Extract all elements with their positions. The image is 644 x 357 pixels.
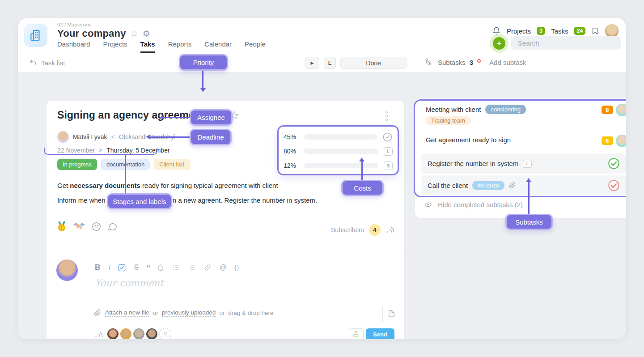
bold-button[interactable]: B [95, 263, 100, 272]
subtask-row[interactable]: Get agreement ready to sign [426, 136, 511, 144]
team-pill[interactable]: Trading team [426, 116, 470, 125]
quote-button[interactable]: ” [146, 267, 149, 272]
add-new-button[interactable]: + [493, 37, 505, 50]
priority-badge[interactable]: 6 [602, 136, 613, 145]
subscribers-count-badge[interactable]: 4 [369, 224, 381, 236]
link-button[interactable] [203, 264, 212, 271]
callout-bracket [44, 148, 157, 155]
comment-input[interactable]: Your comment [95, 278, 164, 289]
start-timer-button[interactable]: ▶ [305, 57, 319, 69]
nav-people[interactable]: People [245, 40, 266, 53]
log-time-button[interactable]: L [324, 57, 336, 69]
medal-emoji-reaction[interactable] [56, 221, 67, 232]
member-avatar[interactable] [146, 328, 157, 339]
subtask-row-completed[interactable]: Call the client Фінанси [421, 175, 626, 196]
completed-check-icon[interactable] [608, 157, 620, 170]
client-tag[interactable]: Client №1 [154, 159, 191, 170]
callout-arrowhead [359, 157, 364, 162]
paperclip-icon[interactable] [509, 182, 516, 189]
file-icon[interactable] [388, 309, 395, 318]
nav-calendar[interactable]: Calendar [204, 40, 232, 53]
nav-reports[interactable]: Reports [168, 40, 192, 53]
subtask-avatar[interactable] [616, 135, 626, 147]
progress-track[interactable] [304, 163, 378, 168]
member-avatar[interactable] [107, 328, 119, 339]
callout-arrowhead [526, 178, 531, 182]
add-reaction-smiley-icon[interactable] [91, 221, 102, 232]
favorite-star-icon[interactable]: ☆ [131, 30, 138, 38]
color-droplet-button[interactable] [157, 264, 164, 272]
search-input[interactable] [511, 36, 621, 50]
assignee-avatar[interactable] [57, 131, 69, 143]
nav-dashboard[interactable]: Dashboard [57, 40, 90, 53]
bullet-list-button[interactable] [172, 264, 180, 271]
subtask-row-completed[interactable]: Register the number in system L [421, 153, 626, 174]
comment-bubble-icon[interactable] [107, 221, 118, 232]
subtask-title[interactable]: Register the number in system [428, 160, 518, 167]
assignee-name[interactable]: Matvii Lyvak [73, 133, 107, 140]
projects-count-badge[interactable]: 3 [537, 27, 545, 35]
money-icon[interactable]: $ [384, 162, 393, 170]
task-list-link[interactable]: Task list [41, 59, 65, 67]
finance-pill[interactable]: Фінанси [472, 181, 504, 190]
add-person-icon[interactable] [159, 328, 171, 339]
done-button[interactable]: Done [340, 57, 407, 69]
numbered-list-button[interactable] [187, 264, 195, 271]
mention-button[interactable]: @ [220, 264, 227, 272]
time-icon[interactable]: L [384, 147, 393, 156]
notify-sound-icon[interactable] [386, 225, 395, 235]
task-description-line2: Inform me when are we planning to sign a… [57, 196, 317, 204]
italic-button[interactable]: i [108, 264, 110, 272]
nav-projects[interactable]: Projects [103, 40, 127, 53]
subtask-title[interactable]: Call the client [428, 182, 468, 189]
privacy-lock-button[interactable] [349, 328, 364, 339]
callout-line [164, 117, 190, 118]
hide-completed-label[interactable]: Hide completed subtasks (2) [438, 201, 523, 208]
progress-percent: 80% [284, 148, 301, 155]
assignee-separator: < [111, 133, 115, 140]
hide-completed-toggle[interactable]: Hide completed subtasks (2) [424, 201, 523, 208]
member-avatar[interactable] [133, 328, 144, 339]
callout-line [150, 136, 190, 138]
time-icon[interactable]: L [523, 160, 532, 168]
subtask-title[interactable]: Get agreement ready to sign [426, 136, 511, 144]
handshake-emoji-reaction[interactable] [73, 221, 85, 231]
code-button[interactable]: {} [234, 264, 239, 271]
company-logo[interactable] [24, 24, 47, 47]
progress-track[interactable] [304, 134, 377, 140]
subtasks-panel: Meeting with client considering Trading … [415, 98, 626, 218]
priority-badge[interactable]: 8 [602, 106, 613, 114]
kebab-menu-icon[interactable] [386, 111, 388, 121]
progress-track[interactable] [304, 149, 378, 154]
strikethrough-button[interactable]: S [134, 264, 139, 272]
subtask-title[interactable]: Meeting with client [426, 106, 481, 113]
page-title: Your company [57, 28, 126, 39]
back-arrow-icon[interactable] [29, 59, 37, 66]
nav-tasks[interactable]: Taks [140, 40, 155, 53]
status-pill[interactable]: considering [485, 105, 526, 114]
subtask-avatar[interactable] [616, 104, 626, 116]
completed-check-rejected-icon[interactable] [608, 179, 620, 191]
bookmark-icon[interactable] [591, 26, 599, 36]
done-check-icon[interactable] [382, 132, 393, 142]
notifications-bell-icon[interactable] [492, 26, 501, 36]
checkbox-button[interactable] [118, 264, 126, 272]
add-subtask-button[interactable]: Add subtask [489, 59, 526, 66]
member-avatar[interactable] [120, 328, 131, 339]
subscribers-label[interactable]: Subscribers [331, 226, 364, 234]
progress-percent: 12% [284, 162, 301, 169]
building-icon [29, 29, 42, 42]
notify-sound-icon[interactable] [94, 330, 104, 339]
tasks-count-badge[interactable]: 24 [574, 27, 585, 35]
previously-uploaded-link[interactable]: previously uploaded [162, 309, 216, 317]
tasks-counter-label[interactable]: Tasks [551, 27, 568, 35]
subtask-row[interactable]: Meeting with client considering [426, 105, 526, 114]
send-button[interactable]: Send [366, 328, 394, 339]
breadcrumb[interactable]: 02 / Маркетинг [57, 22, 92, 27]
status-tag[interactable]: In progress [57, 159, 97, 170]
settings-gear-icon[interactable]: ⚙ [143, 30, 150, 38]
callout-arrowhead [146, 134, 150, 140]
subtasks-label[interactable]: Subtasks [438, 59, 466, 66]
attach-file-link[interactable]: Attach a new file [105, 309, 149, 317]
projects-counter-label[interactable]: Projects [507, 27, 531, 35]
